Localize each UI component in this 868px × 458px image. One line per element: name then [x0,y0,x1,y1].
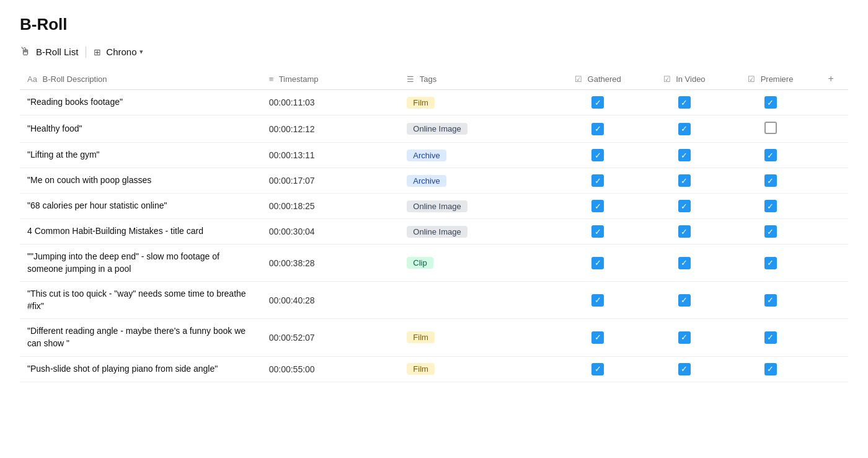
timestamp-value: 00:00:12:12 [269,124,315,134]
invideo-checkbox[interactable]: ✓ [678,294,691,307]
description-text: "68 calories per hour statistic online" [27,200,167,210]
tag-badge[interactable]: Film [407,97,435,109]
gathered-checkbox[interactable]: ✓ [591,174,604,187]
premiere-checkbox[interactable]: ✓ [764,257,777,269]
invideo-checkbox[interactable]: ✓ [678,225,691,238]
tag-badge[interactable]: Film [407,363,435,375]
cell-description: "Reading books footage" [20,90,262,115]
gathered-checkbox[interactable]: ✓ [591,225,604,238]
cell-gathered[interactable]: ✓ [555,168,641,194]
cell-invideo[interactable]: ✓ [641,194,727,219]
cell-premiere[interactable]: ✓ [727,319,813,356]
gathered-checkbox[interactable]: ✓ [591,331,604,344]
cell-premiere[interactable]: ✓ [727,168,813,194]
premiere-checkbox[interactable]: ✓ [764,149,777,161]
cell-tags: Online Image [399,194,554,219]
gathered-checkbox[interactable]: ✓ [591,294,604,307]
invideo-checkbox[interactable]: ✓ [678,331,691,344]
cell-premiere[interactable]: ✓ [727,245,813,282]
timestamp-value: 00:00:40:28 [269,295,315,305]
description-text: "Reading books footage" [27,97,123,107]
cell-gathered[interactable]: ✓ [555,219,641,245]
premiere-checkbox[interactable]: ✓ [764,225,777,238]
tag-badge[interactable]: Clip [407,257,433,269]
cell-premiere[interactable] [727,115,813,143]
cell-gathered[interactable]: ✓ [555,194,641,219]
invideo-checkbox[interactable]: ✓ [678,200,691,212]
cell-gathered[interactable]: ✓ [555,245,641,282]
col-header-add[interactable]: + [813,68,848,90]
tag-badge[interactable]: Archive [407,175,446,187]
gathered-checkbox[interactable]: ✓ [591,96,604,109]
invideo-checkbox[interactable]: ✓ [678,363,691,375]
cell-gathered[interactable]: ✓ [555,115,641,143]
description-text: ""Jumping into the deep end" - slow mo f… [27,251,219,274]
add-column-button[interactable]: + [828,73,833,84]
premiere-checkbox[interactable]: ✓ [764,294,777,307]
premiere-checkbox[interactable]: ✓ [764,363,777,375]
tag-badge[interactable]: Online Image [407,123,467,135]
cell-timestamp: 00:00:11:03 [262,90,400,115]
cell-add [813,245,848,282]
cell-premiere[interactable]: ✓ [727,143,813,168]
gathered-checkbox[interactable]: ✓ [591,123,604,135]
tag-badge[interactable]: Film [407,331,435,343]
toolbar-divider [86,47,86,58]
cell-description: "68 calories per hour statistic online" [20,194,262,219]
cell-description: "Lifting at the gym" [20,143,262,168]
cell-add [813,219,848,245]
cell-gathered[interactable]: ✓ [555,90,641,115]
cell-description: "Push-slide shot of playing piano from s… [20,356,262,382]
cell-gathered[interactable]: ✓ [555,282,641,319]
cell-premiere[interactable]: ✓ [727,219,813,245]
table-row: "Healthy food"00:00:12:12Online Image✓✓ [20,115,848,143]
col-header-description: Aa B-Roll Description [20,68,262,90]
premiere-checkbox[interactable]: ✓ [764,96,777,109]
cell-invideo[interactable]: ✓ [641,90,727,115]
text-icon: Aa [27,74,37,84]
gathered-checkbox[interactable]: ✓ [591,149,604,161]
chrono-selector[interactable]: Chrono ▾ [106,47,143,57]
premiere-checkbox[interactable]: ✓ [764,200,777,212]
table-row: ""Jumping into the deep end" - slow mo f… [20,245,848,282]
tag-badge[interactable]: Archive [407,150,446,161]
tag-badge[interactable]: Online Image [407,226,467,238]
tag-badge[interactable]: Online Image [407,200,467,212]
cell-premiere[interactable]: ✓ [727,282,813,319]
premiere-checkbox[interactable] [764,122,777,134]
cell-invideo[interactable]: ✓ [641,219,727,245]
cell-premiere[interactable]: ✓ [727,356,813,382]
cell-invideo[interactable]: ✓ [641,168,727,194]
gathered-checkbox[interactable]: ✓ [591,257,604,269]
invideo-checkbox[interactable]: ✓ [678,174,691,187]
cell-invideo[interactable]: ✓ [641,319,727,356]
cell-timestamp: 00:00:38:28 [262,245,400,282]
premiere-checkbox[interactable]: ✓ [764,174,777,187]
gathered-checkbox[interactable]: ✓ [591,363,604,375]
cell-add [813,194,848,219]
chrono-label: Chrono [106,47,136,57]
invideo-checkbox[interactable]: ✓ [678,96,691,109]
cell-premiere[interactable]: ✓ [727,194,813,219]
cell-gathered[interactable]: ✓ [555,356,641,382]
cell-gathered[interactable]: ✓ [555,143,641,168]
cell-invideo[interactable]: ✓ [641,143,727,168]
timestamp-value: 00:00:11:03 [269,97,315,107]
invideo-checkbox[interactable]: ✓ [678,149,691,161]
invideo-checkbox[interactable]: ✓ [678,257,691,269]
cell-gathered[interactable]: ✓ [555,319,641,356]
cell-invideo[interactable]: ✓ [641,115,727,143]
premiere-checkbox[interactable]: ✓ [764,331,777,344]
timestamp-value: 00:00:13:11 [269,150,315,160]
cell-invideo[interactable]: ✓ [641,245,727,282]
cell-premiere[interactable]: ✓ [727,90,813,115]
cell-invideo[interactable]: ✓ [641,356,727,382]
gathered-checkbox[interactable]: ✓ [591,200,604,212]
invideo-checkbox[interactable]: ✓ [678,123,691,135]
cell-timestamp: 00:00:17:07 [262,168,400,194]
cell-timestamp: 00:00:55:00 [262,356,400,382]
cell-add [813,356,848,382]
table-header: Aa B-Roll Description ≡ Timestamp ☰ Tags… [20,68,848,90]
description-text: "Push-slide shot of playing piano from s… [27,364,218,374]
cell-invideo[interactable]: ✓ [641,282,727,319]
